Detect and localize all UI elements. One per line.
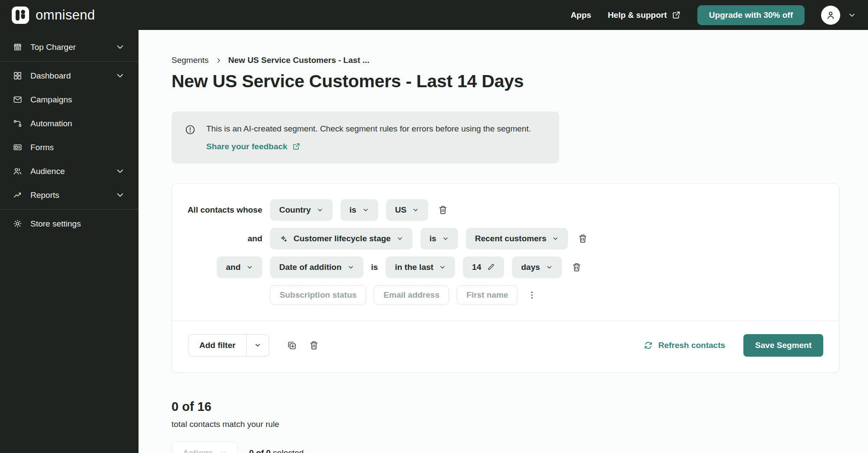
suggestion-first-name[interactable]: First name <box>457 285 518 305</box>
rule-row-prefix: and <box>172 256 270 278</box>
field-dropdown-country[interactable]: Country <box>270 199 333 221</box>
chevron-down-icon <box>246 264 253 271</box>
suggestion-subscription-status[interactable]: Subscription status <box>270 285 366 305</box>
chevron-down-icon <box>412 207 419 213</box>
account-menu[interactable] <box>821 6 856 25</box>
chevron-down-icon <box>439 264 446 271</box>
chevron-down-icon <box>396 235 403 242</box>
envelope-icon <box>13 95 23 105</box>
people-icon <box>13 166 23 176</box>
add-filter-dropdown-toggle[interactable] <box>246 335 269 356</box>
delete-all-rules-button[interactable] <box>309 340 319 351</box>
form-card-icon <box>13 142 23 152</box>
sidebar-divider <box>0 61 139 62</box>
duplicate-rules-button[interactable] <box>287 340 297 351</box>
unit-label: days <box>521 263 540 272</box>
sidebar-item-audience[interactable]: Audience <box>0 159 139 183</box>
rule-pills: Date of addition is in the last 14 days <box>270 256 562 278</box>
value-dropdown-lifecycle[interactable]: Recent customers <box>466 228 568 249</box>
connector-dropdown[interactable]: and <box>217 256 262 278</box>
delete-rule-button[interactable] <box>578 233 588 244</box>
sidebar-item-forms[interactable]: Forms <box>0 135 139 159</box>
field-label: Customer lifecycle stage <box>294 234 391 243</box>
field-label: Country <box>279 205 311 215</box>
operator-label: is <box>429 234 436 243</box>
actions-label: Actions <box>183 448 213 453</box>
range-dropdown[interactable]: in the last <box>386 256 455 278</box>
omnisend-logo[interactable]: omnisend <box>12 7 95 24</box>
sidebar-item-label: Forms <box>30 143 54 152</box>
trash-icon <box>438 205 448 215</box>
add-filter-split-button: Add filter <box>188 334 269 357</box>
unit-dropdown[interactable]: days <box>512 256 561 278</box>
duplicate-plus-icon <box>287 340 297 351</box>
trend-chart-icon <box>13 190 23 200</box>
refresh-contacts-button[interactable]: Refresh contacts <box>644 341 725 350</box>
chevron-down-icon <box>848 11 856 20</box>
apps-link[interactable]: Apps <box>571 10 591 20</box>
sidebar-item-label: Automation <box>30 119 72 128</box>
sparkle-icon <box>279 234 288 243</box>
sidebar-item-reports[interactable]: Reports <box>0 183 139 207</box>
pencil-icon <box>487 263 495 271</box>
storefront-icon <box>13 42 23 52</box>
rule-row-suggestions: Subscription status Email address First … <box>172 285 839 305</box>
rule-row-prefix: All contacts whose <box>172 205 270 215</box>
sidebar-item-store[interactable]: Top Charger <box>0 35 139 59</box>
chevron-down-icon <box>552 235 559 242</box>
rule-prefix-label: All contacts whose <box>188 205 262 215</box>
upgrade-button[interactable]: Upgrade with 30% off <box>697 5 805 25</box>
help-support-link[interactable]: Help & support <box>608 10 681 20</box>
main-content: Segments New US Service Customers - Last… <box>139 30 868 453</box>
range-label: in the last <box>395 263 433 272</box>
chevron-down-icon <box>220 450 227 453</box>
breadcrumb-current: New US Service Customers - Last ... <box>228 56 370 65</box>
amount-input[interactable]: 14 <box>463 256 504 278</box>
sidebar-item-store-settings[interactable]: Store settings <box>0 212 139 236</box>
share-feedback-label: Share your feedback <box>206 142 287 151</box>
sidebar-item-dashboard[interactable]: Dashboard <box>0 64 139 88</box>
sidebar-item-automation[interactable]: Automation <box>0 112 139 135</box>
dashboard-grid-icon <box>13 71 23 81</box>
rule-row-date-added: and Date of addition is in the last <box>172 256 839 278</box>
rules-footer-bar: Add filter Refresh contacts Save Segment <box>172 321 839 372</box>
operator-dropdown[interactable]: is <box>420 228 458 249</box>
trash-icon <box>578 233 588 244</box>
external-link-icon <box>292 142 300 151</box>
chevron-down-icon <box>254 341 261 349</box>
breadcrumb-segments-link[interactable]: Segments <box>172 56 209 65</box>
chevron-down-icon <box>317 207 323 213</box>
field-dropdown-lifecycle[interactable]: Customer lifecycle stage <box>270 228 413 249</box>
sidebar-item-campaigns[interactable]: Campaigns <box>0 88 139 112</box>
delete-rule-button[interactable] <box>438 205 448 215</box>
external-link-icon <box>672 10 681 20</box>
connector-label: and <box>248 234 262 243</box>
chevron-down-icon <box>115 190 125 200</box>
topbar-nav: Apps Help & support Upgrade with 30% off <box>571 5 856 25</box>
add-filter-button[interactable]: Add filter <box>188 335 246 356</box>
operator-label: is <box>350 205 356 215</box>
banner-content: This is an AI-created segment. Check seg… <box>206 124 531 151</box>
match-count-heading: 0 of 16 <box>172 400 868 414</box>
value-dropdown-country[interactable]: US <box>386 199 428 221</box>
page-title: New US Service Customers - Last 14 Days <box>172 71 868 92</box>
suggestion-email-address[interactable]: Email address <box>374 285 449 305</box>
suggestion-pills: Subscription status Email address First … <box>270 285 518 305</box>
chevron-down-icon <box>546 264 553 271</box>
operator-dropdown[interactable]: is <box>340 199 378 221</box>
field-label: Date of addition <box>279 263 342 272</box>
chevron-down-icon <box>362 207 369 213</box>
more-suggestions-button[interactable] <box>527 290 537 300</box>
rule-pills: Customer lifecycle stage is Recent custo… <box>270 228 568 249</box>
rule-row-prefix: and <box>172 234 270 243</box>
sidebar-item-label: Dashboard <box>30 71 71 81</box>
save-segment-button[interactable]: Save Segment <box>743 334 823 357</box>
help-support-label: Help & support <box>608 10 667 20</box>
info-icon <box>185 124 196 135</box>
delete-rule-button[interactable] <box>571 262 582 272</box>
share-feedback-link[interactable]: Share your feedback <box>206 142 300 151</box>
chevron-right-icon <box>215 57 222 64</box>
sidebar: Top Charger Dashboard Campaigns Automati… <box>0 30 139 453</box>
field-dropdown-date-of-addition[interactable]: Date of addition <box>270 256 363 278</box>
actions-dropdown[interactable]: Actions <box>172 441 238 453</box>
